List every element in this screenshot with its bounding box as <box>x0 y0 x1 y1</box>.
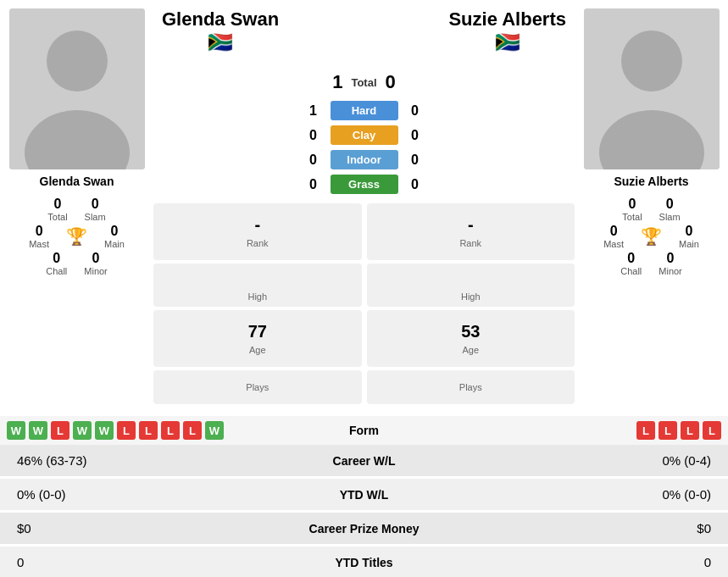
player2-total-label: Total <box>622 212 642 222</box>
player2-rank-val: - <box>468 215 474 235</box>
player2-main-val: 0 <box>685 224 692 239</box>
player2-minor-cell: 0 Minor <box>659 251 682 276</box>
player1-total-val: 0 <box>54 197 62 212</box>
player1-age-card: 77 Age <box>153 310 362 367</box>
player2-row1: 0 Total 0 Slam <box>581 197 721 222</box>
player2-trophy-icon: 🏆 <box>641 226 662 247</box>
match-score2: 0 <box>386 71 396 93</box>
player1-minor-cell: 0 Minor <box>84 251 108 276</box>
player1-row2: 0 Mast 🏆 0 Main <box>7 224 147 249</box>
player2-row2: 0 Mast 🏆 0 Main <box>581 224 721 249</box>
hard-row: 1 Hard 0 <box>153 101 575 120</box>
player1-trophy-cell: 🏆 <box>66 226 87 247</box>
player1-age-label: Age <box>249 345 266 355</box>
player1-form-badge: W <box>29 421 47 440</box>
indoor-badge: Indoor <box>331 150 398 169</box>
player1-avatar <box>9 8 145 169</box>
player2-main-label: Main <box>679 239 699 249</box>
player1-rank-label: Rank <box>247 238 269 248</box>
player2-form-badge: L <box>703 421 721 440</box>
player2-high-card: High <box>367 264 575 307</box>
stats-left-value: 0 <box>17 555 280 569</box>
player1-row1: 0 Total 0 Slam <box>7 197 147 222</box>
player2-mast-label: Mast <box>603 239 624 249</box>
stats-center-label: Career W/L <box>280 454 449 468</box>
player1-main-val: 0 <box>110 224 118 239</box>
stats-left-value: $0 <box>17 521 280 535</box>
player1-high-val <box>255 272 259 290</box>
clay-badge: Clay <box>331 125 398 145</box>
player2-mast-cell: 0 Mast <box>603 224 624 249</box>
grass-row: 0 Grass 0 <box>153 175 575 194</box>
total-row: 1 Total 0 <box>153 71 575 93</box>
player2-name-top-block: Suzie Alberts 🇿🇦 <box>448 8 566 54</box>
player2-form: LLLL <box>398 421 722 440</box>
stats-row: 46% (63-73)Career W/L0% (0-4) <box>0 445 728 476</box>
left-player-column: Glenda Swan 0 Total 0 Slam 0 Mas <box>7 8 147 404</box>
stats-right-value: 0 <box>449 555 712 569</box>
player1-chall-label: Chall <box>46 266 67 276</box>
player1-form-badge: W <box>205 421 224 440</box>
player1-total-cell: 0 Total <box>47 197 67 222</box>
player1-minor-val: 0 <box>92 251 100 266</box>
player2-age-card: 53 Age <box>367 310 575 367</box>
form-label: Form <box>331 424 398 437</box>
player2-form-badge: L <box>659 421 677 440</box>
stats-center-label: YTD Titles <box>280 556 449 569</box>
main-container: Glenda Swan 0 Total 0 Slam 0 Mas <box>0 0 728 577</box>
stats-right-value: 0% (0-4) <box>449 453 712 468</box>
player2-total-cell: 0 Total <box>622 197 642 222</box>
right-player-column: Suzie Alberts 0 Total 0 Slam 0 M <box>581 8 721 404</box>
player1-mast-cell: 0 Mast <box>29 224 49 249</box>
player1-name: Glenda Swan <box>40 175 114 188</box>
stats-center-label: Career Prize Money <box>280 522 449 535</box>
player2-plays-label: Plays <box>459 382 482 392</box>
player1-mast-label: Mast <box>29 239 49 249</box>
player1-plays-card: Plays <box>153 370 362 404</box>
player1-flag: 🇿🇦 <box>208 31 233 54</box>
player1-name-top-block: Glenda Swan 🇿🇦 <box>162 8 279 54</box>
player2-slam-label: Slam <box>659 212 681 222</box>
svg-point-1 <box>47 31 108 92</box>
player1-total-label: Total <box>47 212 67 222</box>
player1-chall-val: 0 <box>53 251 60 266</box>
total-label: Total <box>351 76 376 89</box>
clay-score2: 0 <box>407 128 424 143</box>
player2-trophy-cell: 🏆 <box>641 226 662 247</box>
player2-high-label: High <box>461 291 481 302</box>
grass-score1: 0 <box>305 177 322 192</box>
player1-main-label: Main <box>104 239 125 249</box>
player1-main-cell: 0 Main <box>104 224 125 249</box>
clay-row: 0 Clay 0 <box>153 125 575 145</box>
player2-name-top: Suzie Alberts <box>448 8 566 31</box>
stats-left-value: 0% (0-0) <box>17 487 280 502</box>
player1-form-badge: W <box>95 421 114 440</box>
player1-rank-card: - Rank <box>153 203 362 260</box>
player1-row3: 0 Chall 0 Minor <box>7 251 147 276</box>
player2-main-cell: 0 Main <box>679 224 699 249</box>
player2-plays-card: Plays <box>367 370 575 404</box>
player1-chall-cell: 0 Chall <box>46 251 67 276</box>
stats-row: 0YTD Titles0 <box>0 546 728 577</box>
player2-slam-cell: 0 Slam <box>659 197 681 222</box>
player2-slam-val: 0 <box>666 197 674 212</box>
player2-chall-label: Chall <box>620 266 642 276</box>
hard-score1: 1 <box>305 103 322 119</box>
player1-plays-label: Plays <box>246 382 269 392</box>
player2-total-val: 0 <box>629 197 636 212</box>
player1-form-badge: L <box>161 421 180 440</box>
form-section: WWLWWLLLLW Form LLLL <box>0 416 728 445</box>
player1-name-top: Glenda Swan <box>162 8 279 31</box>
stats-row: 0% (0-0)YTD W/L0% (0-0) <box>0 479 728 510</box>
player1-form-badge: L <box>183 421 202 440</box>
player1-mast-val: 0 <box>36 224 43 239</box>
player2-high-val <box>469 272 473 290</box>
player2-stats: 0 Total 0 Slam 0 Mast 🏆 <box>581 197 721 276</box>
indoor-score1: 0 <box>305 153 322 168</box>
player2-rank-label: Rank <box>459 238 481 248</box>
player2-chall-cell: 0 Chall <box>620 251 642 276</box>
hard-badge: Hard <box>331 101 398 120</box>
player2-mast-val: 0 <box>610 224 618 239</box>
player2-form-badge: L <box>636 421 655 440</box>
player1-rank-val: - <box>254 215 260 235</box>
